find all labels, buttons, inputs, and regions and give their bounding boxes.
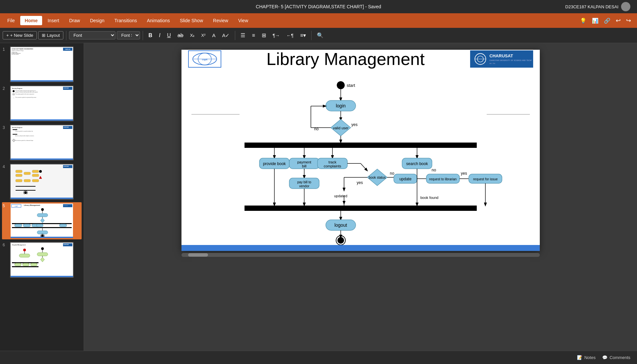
- svg-text:valid user: valid user: [333, 126, 348, 130]
- undo-icon[interactable]: ↩: [616, 17, 621, 24]
- superscript-button[interactable]: X²: [198, 31, 208, 39]
- right-logo: CHARUSAT CHAROTAR UNIVERSITY OF SCIENCE …: [470, 50, 533, 68]
- svg-text:logout: logout: [334, 222, 347, 228]
- slide-thumb-1: CHARUSAT CE343 SOFTWARE ENGINEERING Chap…: [10, 46, 74, 82]
- document-title: CHAPTER- 5 [ACTIVITY DIAGRAM,STATE CHART…: [256, 4, 381, 9]
- menu-file[interactable]: File: [3, 16, 20, 25]
- menu-transitions[interactable]: Transitions: [110, 16, 142, 25]
- slide-item-1[interactable]: 1 CHARUSAT CE343 SOFTWARE ENGINEERING Ch…: [2, 46, 82, 83]
- slide-item-2[interactable]: 2 CHARUSAT Activity Diagram The start sy…: [2, 85, 82, 122]
- font-highlight-button[interactable]: A✓: [219, 31, 232, 40]
- font-selector[interactable]: Font: [69, 31, 115, 39]
- slide-header: cspit Library Management CHARUSAT: [181, 50, 540, 68]
- redo-icon[interactable]: ↪: [626, 17, 631, 24]
- align-button[interactable]: ≡▾: [298, 31, 309, 40]
- slide-thumb-3: CHARUSAT Activity Diagram The join symbo…: [10, 125, 74, 160]
- svg-rect-3: [32, 170, 39, 173]
- svg-point-5: [39, 170, 42, 173]
- menu-bar: File Home Insert Draw Design Transitions…: [0, 13, 637, 28]
- svg-point-57: [337, 81, 345, 89]
- share-icon[interactable]: 🔗: [604, 18, 610, 24]
- layout-icon: ⊞: [42, 33, 45, 38]
- menu-animations[interactable]: Animations: [142, 16, 175, 25]
- indent-increase-button[interactable]: ⊞: [259, 31, 269, 40]
- ltr-button[interactable]: ¶→: [270, 31, 283, 39]
- menu-design[interactable]: Design: [85, 16, 109, 25]
- svg-rect-40: [31, 263, 37, 266]
- svg-rect-71: [245, 143, 477, 148]
- layout-button[interactable]: ⊞ Layout: [38, 31, 63, 39]
- svg-rect-21: [15, 224, 22, 227]
- svg-text:bill: bill: [302, 164, 306, 168]
- italic-button[interactable]: I: [156, 31, 163, 40]
- svg-text:no: no: [314, 127, 319, 131]
- comments-button[interactable]: 💬 Comments: [602, 355, 630, 360]
- slide-thumb-6: CHARUSAT Hospital Management: [10, 242, 74, 278]
- svg-rect-39: [23, 263, 29, 266]
- slide-panel: 1 CHARUSAT CE343 SOFTWARE ENGINEERING Ch…: [0, 43, 84, 364]
- notes-button[interactable]: 📝 Notes: [577, 355, 596, 360]
- font-size-selector[interactable]: Font Size: [117, 31, 140, 39]
- user-info: D23CE187 KALPAN DESAI: [565, 2, 630, 11]
- svg-text:pay bill to: pay bill to: [297, 180, 311, 184]
- user-avatar: [621, 2, 630, 11]
- svg-text:book status: book status: [369, 176, 386, 179]
- slide-number-6: 6: [3, 242, 8, 247]
- svg-rect-20: [12, 227, 72, 228]
- svg-text:yes: yes: [357, 180, 363, 185]
- svg-rect-43: [19, 254, 30, 257]
- svg-text:complaints: complaints: [323, 164, 341, 168]
- slide-item-6[interactable]: 6 CHARUSAT Hospital Management: [2, 241, 82, 278]
- slide-item-3[interactable]: 3 CHARUSAT Activity Diagram The join sym…: [2, 124, 82, 161]
- svg-rect-22: [23, 224, 31, 227]
- canvas-area: cspit Library Management CHARUSAT: [84, 43, 637, 364]
- svg-point-12: [24, 191, 27, 194]
- subscript-button[interactable]: X₂: [187, 31, 197, 39]
- comments-icon: 💬: [602, 355, 607, 360]
- slide-item-5[interactable]: 5 cspit Library Management CHARUSAT: [2, 202, 82, 239]
- menu-view[interactable]: View: [234, 16, 253, 25]
- light-bulb-icon[interactable]: 💡: [580, 18, 587, 24]
- svg-point-31: [41, 247, 44, 250]
- svg-text:CHARUSAT: CHARUSAT: [489, 53, 513, 58]
- svg-text:cspit: cspit: [202, 58, 207, 61]
- present-icon[interactable]: 📊: [592, 18, 599, 24]
- menu-draw[interactable]: Draw: [64, 16, 85, 25]
- svg-marker-18: [40, 218, 44, 223]
- bullet-list-button[interactable]: ☰: [238, 31, 248, 40]
- svg-text:login: login: [336, 103, 346, 108]
- svg-rect-33: [37, 253, 48, 256]
- svg-point-41: [23, 249, 26, 251]
- numbered-list-button[interactable]: ≡: [249, 31, 257, 40]
- rtl-button[interactable]: ←¶: [284, 31, 296, 39]
- svg-text:request for issue: request for issue: [473, 177, 498, 181]
- menu-insert[interactable]: Insert: [43, 16, 64, 25]
- svg-rect-38: [15, 263, 21, 266]
- svg-text:update: update: [399, 177, 411, 181]
- slide-item-4[interactable]: 4 CHARUSAT: [2, 163, 82, 200]
- search-button[interactable]: 🔍: [314, 31, 326, 40]
- menu-slideshow[interactable]: Slide Show: [175, 16, 208, 25]
- svg-text:track: track: [328, 160, 336, 164]
- svg-text:CHAROTAR UNIVERSITY OF SCIENCE: CHAROTAR UNIVERSITY OF SCIENCE AND TECHN…: [489, 59, 531, 61]
- canvas-scrollbar[interactable]: [181, 253, 540, 257]
- svg-text:no: no: [432, 168, 436, 172]
- slide-number-5: 5: [3, 203, 8, 208]
- canvas-scrollbar-thumb[interactable]: [188, 253, 208, 257]
- menu-review[interactable]: Review: [208, 16, 233, 25]
- svg-text:no: no: [390, 171, 394, 176]
- svg-text:yes: yes: [461, 171, 467, 176]
- bold-button[interactable]: B: [146, 31, 155, 40]
- slide-title: Library Management: [228, 49, 463, 69]
- username: D23CE187 KALPAN DESAI: [565, 4, 618, 9]
- svg-rect-37: [12, 266, 38, 267]
- slide-canvas: cspit Library Management CHARUSAT: [181, 50, 540, 251]
- strikethrough-button[interactable]: ab: [175, 31, 186, 40]
- font-color-button[interactable]: A: [209, 31, 218, 39]
- new-slide-button[interactable]: + + New Slide: [3, 31, 37, 39]
- svg-marker-35: [40, 257, 44, 262]
- separator-4: [311, 31, 312, 40]
- menu-home[interactable]: Home: [20, 16, 42, 25]
- svg-rect-24: [59, 224, 67, 227]
- underline-button[interactable]: U: [164, 31, 174, 40]
